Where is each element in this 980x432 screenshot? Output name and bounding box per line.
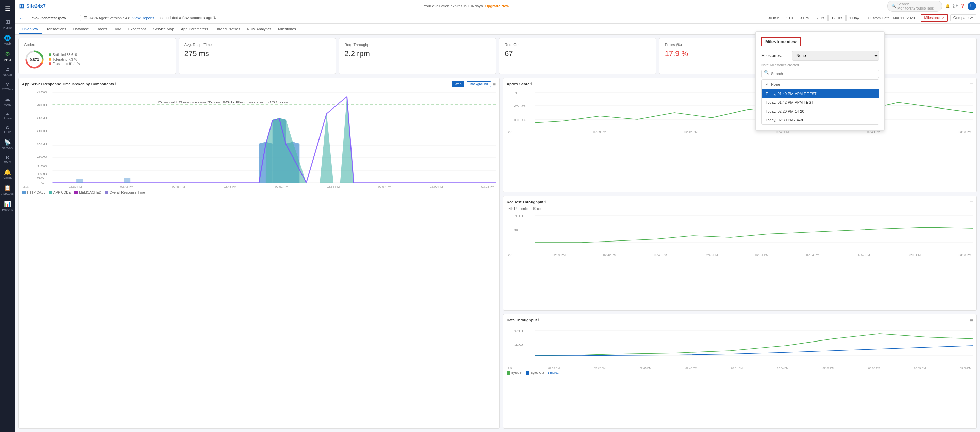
tab-thread-profiles[interactable]: Thread Profiles (211, 25, 243, 34)
sidebar-item-vmware[interactable]: V VMware (0, 79, 15, 93)
user-avatar[interactable]: U (968, 2, 976, 10)
chart-menu-throughput[interactable]: ≡ (970, 199, 973, 205)
legend-box-bytes-in (507, 371, 510, 375)
svg-text:0: 0 (41, 181, 45, 184)
vmware-icon: V (6, 82, 8, 86)
response-time-chart-card: App Server Response Time Broken by Compo… (18, 78, 500, 429)
apdex-score-card: Apdex Score ℹ ≡ 1 0.8 0.6 (503, 78, 977, 192)
avg-resp-value: 275 ms (185, 49, 331, 58)
apdex-satisfied: Satisfied 83.6 % (49, 53, 80, 57)
svg-text:10: 10 (514, 343, 523, 346)
info-icon-apdex[interactable]: ℹ (530, 82, 532, 86)
sidebar-item-web[interactable]: 🌐 Web (0, 32, 15, 48)
legend-overall: Overall Response Time (105, 191, 145, 194)
sidebar-item-apm[interactable]: ⚙ APM (0, 48, 15, 64)
custom-date-button[interactable]: Custom Date Mar 11, 2020 (865, 14, 918, 21)
sidebar-item-gcp[interactable]: G GCP (0, 123, 15, 137)
sidebar-item-rum[interactable]: R RUM (0, 152, 15, 166)
tab-service-map[interactable]: Service Map (150, 25, 178, 34)
apdex-score-text: 0.873 (30, 57, 39, 62)
milestone-search-input[interactable] (761, 70, 879, 78)
brand-name: Site24x7 (26, 3, 46, 9)
apm-icon: ⚙ (5, 51, 10, 57)
web-button[interactable]: Web (452, 81, 465, 87)
milestone-option-2[interactable]: Today, 01:42 PM-APM TEST (762, 98, 878, 107)
apdex-tolerating: Tolerating 7.3 % (49, 57, 80, 61)
x-label-2: 02:42 PM (121, 185, 134, 189)
tab-jvm[interactable]: JVM (111, 25, 125, 34)
tab-database[interactable]: Database (69, 25, 92, 34)
background-button[interactable]: Background (466, 81, 491, 87)
milestone-option-none[interactable]: ✓ None (762, 79, 878, 89)
time-1day[interactable]: 1 Day (846, 14, 862, 21)
tab-transactions[interactable]: Transactions (41, 25, 70, 34)
tab-exceptions[interactable]: Exceptions (125, 25, 150, 34)
info-icon-left[interactable]: ℹ (115, 82, 116, 86)
svg-text:0.8: 0.8 (514, 105, 526, 108)
compare-button[interactable]: Compare ↗ (950, 14, 976, 21)
tab-milestones[interactable]: Milestones (275, 25, 299, 34)
tab-app-parameters[interactable]: App Parameters (178, 25, 211, 34)
sidebar-item-home[interactable]: ⊞ Home (0, 16, 15, 32)
svg-text:400: 400 (37, 103, 47, 107)
time-3hrs[interactable]: 3 Hrs (797, 14, 812, 21)
chart-menu-data[interactable]: ≡ (970, 318, 973, 323)
back-button[interactable]: ← (19, 15, 24, 21)
req-count-value: 67 (504, 49, 651, 58)
sidebar: ☰ ⊞ Home 🌐 Web ⚙ APM 🖥 Server V VMware ☁… (0, 0, 15, 432)
info-icon-data[interactable]: ℹ (538, 318, 539, 322)
req-throughput-chart-card: Request Throughput ℹ ≡ 95th Percentile =… (503, 195, 977, 310)
chart-menu-left[interactable]: ≡ (493, 82, 496, 87)
sidebar-item-aws[interactable]: ☁ AWS (0, 93, 15, 109)
bell-icon[interactable]: 🔔 (945, 4, 950, 8)
tab-traces[interactable]: Traces (92, 25, 111, 34)
help-icon[interactable]: ❓ (960, 4, 965, 8)
alarms-icon: 🔔 (4, 169, 11, 175)
tx-5: 02:51 PM (756, 253, 769, 257)
legend-app-code: APP CODE (49, 191, 71, 194)
chart-menu-apdex[interactable]: ≡ (970, 81, 973, 87)
milestone-option-3[interactable]: Today, 02:20 PM-14-20 (762, 107, 878, 116)
time-6hrs[interactable]: 6 Hrs (813, 14, 827, 21)
chart-legend-left: HTTP CALL APP CODE MEMCACHED Overal (22, 191, 496, 194)
svg-rect-28 (76, 179, 83, 183)
satisfied-dot (49, 53, 51, 56)
search-box[interactable]: 🔍 Search Monitors/Groups/Tags (888, 1, 942, 11)
svg-text:50: 50 (37, 176, 44, 180)
milestone-option-4[interactable]: Today, 02:30 PM-14-30 (762, 116, 878, 124)
ax-0: 2:3... (508, 130, 515, 134)
x-label-9: 03:03 PM (481, 185, 495, 189)
legend-label-bytes-in: Bytes In (511, 371, 523, 375)
topbar-right: 🔍 Search Monitors/Groups/Tags 🔔 💬 ❓ U (888, 1, 976, 11)
reports-icon: 📊 (4, 201, 11, 207)
tolerating-dot (49, 58, 51, 60)
upgrade-link[interactable]: Upgrade Now (485, 4, 509, 8)
time-12hrs[interactable]: 12 Hrs (828, 14, 845, 21)
sidebar-item-server[interactable]: 🖥 Server (0, 64, 15, 79)
option-none-label: None (771, 82, 780, 86)
sidebar-item-alarms[interactable]: 🔔 Alarms (0, 166, 15, 182)
legend-box-overall (105, 191, 108, 194)
tx-9: 03:03 PM (958, 253, 972, 257)
sidebar-item-network[interactable]: 📡 Network (0, 137, 15, 152)
milestone-select-row: Milestones: None (761, 51, 879, 60)
frustrated-label: Frustrated 91.1 % (53, 62, 80, 66)
sidebar-item-azure[interactable]: A Azure (0, 109, 15, 123)
time-1hr[interactable]: 1 Hr (783, 14, 796, 21)
option-1-label: Today, 01:40 PM-APM T TEST (765, 92, 817, 95)
info-icon-throughput[interactable]: ℹ (544, 200, 546, 204)
milestone-select-dropdown[interactable]: None (792, 51, 879, 60)
sidebar-item-reports[interactable]: 📊 Reports (0, 198, 15, 214)
data-throughput-chart-card: Data Throughput ℹ ≡ 20 10 (503, 314, 977, 429)
notifications-icon[interactable]: 💬 (953, 4, 958, 8)
sidebar-item-applogs[interactable]: 📋 AppLogs (0, 182, 15, 198)
tab-overview[interactable]: Overview (19, 25, 41, 34)
milestone-button[interactable]: Milestone ↗ (921, 14, 948, 22)
legend-box-mem (74, 191, 78, 194)
time-30min[interactable]: 30 min (765, 14, 782, 21)
tab-rum-analytics[interactable]: RUM Analytics (243, 25, 275, 34)
milestone-option-1[interactable]: Today, 01:40 PM-APM T TEST (762, 89, 878, 98)
view-reports-link[interactable]: View Reports (132, 16, 154, 20)
option-2-label: Today, 01:42 PM-APM TEST (765, 100, 813, 105)
monitor-select[interactable]: Java-Updatetest (paw... (27, 14, 81, 21)
